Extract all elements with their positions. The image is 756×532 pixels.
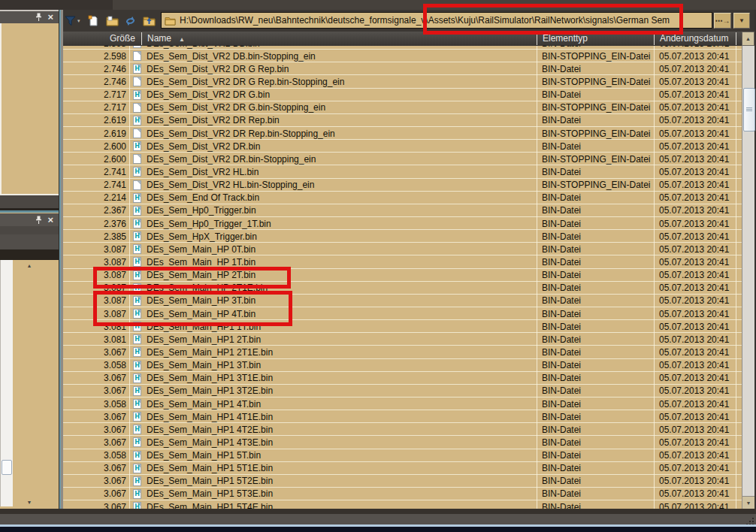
bin-file-icon: H — [133, 244, 141, 254]
table-row[interactable]: 3.058 H DEs_Sem_Main_HP1 4T.bin BIN-Date… — [63, 397, 742, 410]
file-type: BIN-Datei — [542, 360, 581, 370]
file-type: BIN-Datei — [542, 425, 581, 435]
file-type: BIN-Datei — [542, 89, 581, 100]
left-dock-splitter[interactable] — [0, 195, 59, 208]
file-size: 2.598 — [63, 46, 126, 49]
file-name: DEs_Sem_Main_HP1 5T.bin — [147, 450, 261, 461]
scroll-down-icon[interactable]: ▼ — [0, 497, 59, 509]
new-file-icon[interactable] — [88, 14, 98, 28]
table-row[interactable]: 3.067 H DEs_Sem_Main_HP1 4T2E.bin BIN-Da… — [63, 423, 742, 436]
table-row[interactable]: 2.746 DEs_Sem_Dist_VR2 DR G Rep.bin-Stop… — [63, 75, 742, 88]
column-separator[interactable] — [736, 32, 736, 45]
file-date: 05.07.2013 20:41 — [659, 412, 729, 422]
table-row[interactable]: 2.741 H DEs_Sem_Dist_VR2 HL.bin BIN-Date… — [63, 165, 742, 178]
left-panel-scrollbar[interactable]: ▲ ▼ — [0, 260, 13, 506]
file-size: 3.067 — [63, 502, 126, 509]
pin-icon[interactable] — [35, 11, 42, 24]
file-date: 05.07.2013 20:41 — [659, 231, 729, 242]
bin-file-icon: H — [133, 116, 141, 125]
column-header-name[interactable]: Name▲ — [147, 32, 185, 46]
bin-file-icon: H — [133, 334, 141, 344]
file-name: DEs_Sem_Dist_VR2 DB.bin-Stopping_ein — [147, 51, 316, 62]
file-date: 05.07.2013 20:41 — [659, 115, 729, 125]
grid-line — [654, 46, 655, 509]
file-date: 05.07.2013 20:41 — [659, 64, 729, 74]
file-date: 05.07.2013 20:41 — [659, 450, 729, 461]
file-icon — [133, 154, 141, 164]
file-type: BIN-Datei — [542, 334, 581, 345]
folder-up-icon[interactable] — [143, 14, 156, 28]
file-type: BIN-Datei — [542, 347, 581, 358]
file-size: 3.058 — [63, 399, 126, 410]
table-row[interactable]: 3.067 H DEs_Sem_Main_HP1 2T1E.bin BIN-Da… — [63, 346, 742, 358]
table-row[interactable]: 2.385 H DEs_Sem_HpX_Trigger.bin BIN-Date… — [63, 230, 742, 243]
file-type: BIN-Datei — [542, 322, 581, 332]
scrollbar-grip — [746, 107, 752, 111]
column-separator[interactable] — [141, 32, 142, 45]
table-row[interactable]: 3.081 H DEs_Sem_Main_HP1 2T.bin BIN-Date… — [63, 333, 742, 346]
table-row[interactable]: 2.741 DEs_Sem_Dist_VR2 HL.bin-Stopping_e… — [63, 179, 742, 192]
left-panel-header-top: × — [0, 11, 59, 23]
close-icon[interactable]: × — [47, 216, 53, 224]
scroll-up-icon[interactable]: ▲ — [742, 32, 754, 46]
table-row[interactable]: 3.067 H DEs_Sem_Main_HP1 5T3E.bin BIN-Da… — [63, 488, 742, 500]
annotation-box-row-2t — [93, 267, 291, 289]
table-row[interactable]: 2.214 H DEs_Sem_End Of Track.bin BIN-Dat… — [63, 192, 742, 204]
table-row[interactable]: 2.717 H DEs_Sem_Dist_VR2 DR G.bin BIN-Da… — [63, 89, 742, 101]
bin-file-icon: H — [133, 464, 141, 473]
column-header-size[interactable]: Größe — [63, 32, 135, 46]
table-row[interactable]: 2.746 H DEs_Sem_Dist_VR2 DR G Rep.bin BI… — [63, 62, 742, 75]
table-row[interactable]: 3.067 H DEs_Sem_Main_HP1 3T2E.bin BIN-Da… — [63, 385, 742, 397]
table-row[interactable]: 3.067 H DEs_Sem_Main_HP1 5T2E.bin BIN-Da… — [63, 475, 742, 488]
table-row[interactable]: 2.598 DEs_Sem_Dist_VR2 DB.bin-Stopping_e… — [63, 50, 742, 62]
new-folder-icon[interactable] — [106, 14, 119, 28]
file-date: 05.07.2013 20:41 — [659, 334, 729, 345]
table-row[interactable]: 2.600 DEs_Sem_Dist_VR2 DR.bin-Stopping_e… — [63, 153, 742, 165]
file-size: 3.087 — [63, 257, 126, 268]
refresh-icon[interactable] — [125, 14, 136, 28]
file-type: BIN-Datei — [542, 257, 581, 268]
sort-ascending-icon: ▲ — [179, 36, 185, 43]
table-row[interactable]: 2.717 DEs_Sem_Dist_VR2 DR G.bin-Stopping… — [63, 101, 742, 114]
path-dropdown-button[interactable]: ▼ — [733, 13, 750, 29]
table-row[interactable]: 2.376 H DEs_Sem_Hp0_Trigger_1T.bin BIN-D… — [63, 217, 742, 230]
close-icon[interactable]: × — [47, 14, 53, 21]
scroll-up-icon[interactable]: ▲ — [0, 260, 59, 272]
file-date: 05.07.2013 20:41 — [659, 244, 729, 255]
grid-line — [537, 46, 537, 509]
file-date: 05.07.2013 20:41 — [659, 463, 729, 473]
table-row[interactable]: 3.058 H DEs_Sem_Main_HP1 3T.bin BIN-Date… — [63, 359, 742, 372]
scroll-down-icon[interactable]: ▼ — [742, 496, 754, 509]
dock-highlight-line — [0, 210, 59, 213]
file-size: 2.717 — [63, 102, 126, 113]
path-more-button[interactable]: ⋯→ — [714, 13, 731, 29]
table-row[interactable]: 2.367 H DEs_Sem_Hp0_Trigger.bin BIN-Date… — [63, 204, 742, 217]
file-name: DEs_Sem_Main_HP1 3T1E.bin — [147, 373, 273, 383]
file-icon — [133, 180, 141, 190]
file-date: 05.07.2013 20:41 — [659, 322, 729, 332]
file-list-scrollbar[interactable]: ▼ — [742, 46, 754, 509]
bin-file-icon: H — [133, 399, 141, 409]
file-date: 05.07.2013 20:41 — [659, 154, 729, 165]
file-type: BIN-Datei — [542, 476, 581, 486]
table-row[interactable]: 2.619 DEs_Sem_Dist_VR2 DR Rep.bin-Stoppi… — [63, 127, 742, 140]
bin-file-icon: H — [133, 193, 141, 203]
scrollbar-thumb[interactable] — [743, 88, 755, 131]
filter-icon[interactable]: ▾ — [65, 14, 80, 28]
table-row[interactable]: 2.619 H DEs_Sem_Dist_VR2 DR Rep.bin BIN-… — [63, 114, 742, 127]
table-row[interactable]: 2.600 H DEs_Sem_Dist_VR2 DR.bin BIN-Date… — [63, 140, 742, 153]
table-row[interactable]: 3.067 H DEs_Sem_Main_HP1 5T4E.bin BIN-Da… — [63, 500, 742, 509]
table-row[interactable]: 3.067 H DEs_Sem_Main_HP1 4T3E.bin BIN-Da… — [63, 436, 742, 449]
file-size: 3.067 — [63, 385, 126, 396]
pin-icon[interactable] — [35, 213, 42, 227]
status-bar — [0, 514, 756, 524]
table-row[interactable]: 3.067 H DEs_Sem_Main_HP1 4T1E.bin BIN-Da… — [63, 410, 742, 423]
file-icon — [133, 51, 141, 61]
table-row[interactable]: 3.067 H DEs_Sem_Main_HP1 5T1E.bin BIN-Da… — [63, 462, 742, 475]
table-row[interactable]: 3.087 H DEs_Sem_Main_HP 0T.bin BIN-Datei… — [63, 243, 742, 255]
scrollbar-thumb[interactable] — [2, 460, 12, 475]
table-row[interactable]: 3.058 H DEs_Sem_Main_HP1 5T.bin BIN-Date… — [63, 449, 742, 462]
table-row[interactable]: 3.067 H DEs_Sem_Main_HP1 3T1E.bin BIN-Da… — [63, 372, 742, 385]
file-type: BIN-Datei — [542, 502, 581, 509]
filter-dropdown-icon[interactable]: ▾ — [77, 18, 80, 24]
